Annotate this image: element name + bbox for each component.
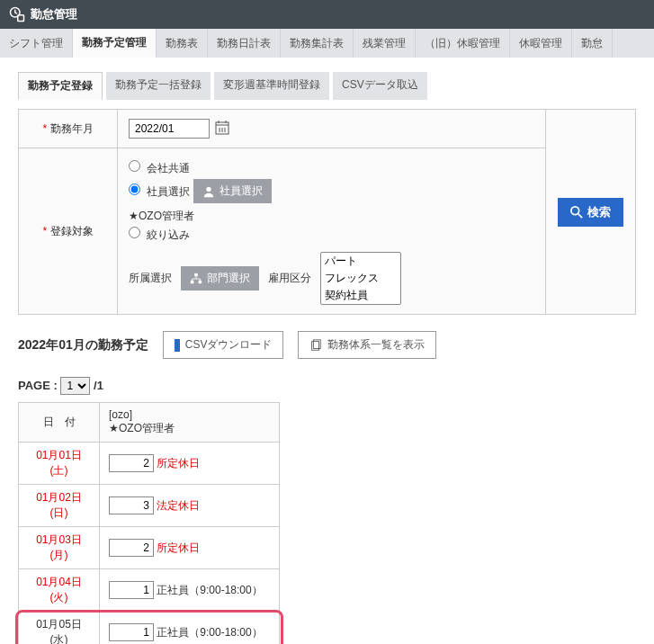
- main-tab[interactable]: 勤務日計表: [208, 29, 281, 58]
- list-title: 2022年01月の勤務予定: [18, 337, 148, 353]
- schedule-code-input[interactable]: [109, 623, 154, 641]
- bluebar-icon: [175, 339, 180, 352]
- app-title: 勤怠管理: [31, 6, 77, 22]
- main-tab[interactable]: シフト管理: [0, 29, 73, 58]
- svg-line-10: [578, 213, 582, 217]
- dept-label: 所属選択: [129, 271, 172, 286]
- radio-company[interactable]: 会社共通: [129, 160, 190, 176]
- col-date: 日 付: [19, 403, 100, 443]
- status-cell: 正社員（9:00-18:00）: [100, 569, 280, 612]
- sub-tab[interactable]: 勤務予定登録: [18, 72, 103, 100]
- role-star: ★OZO管理者: [129, 209, 534, 224]
- org-icon: [190, 273, 202, 285]
- copy-icon: [309, 339, 322, 352]
- clock-icon: [9, 6, 25, 22]
- schedule-code-input[interactable]: [109, 581, 154, 599]
- target-label: 登録対象: [42, 225, 93, 237]
- person-icon: [202, 185, 215, 198]
- calendar-icon: [215, 121, 229, 135]
- sub-tabbar: 勤務予定登録勤務予定一括登録変形週基準時間登録CSVデータ取込: [18, 72, 636, 100]
- sub-tab[interactable]: CSVデータ取込: [333, 72, 427, 100]
- table-row: 01月05日 (水) 正社員（9:00-18:00）: [19, 612, 280, 645]
- app-logo: 勤怠管理: [0, 6, 86, 22]
- emptype-select[interactable]: パートフレックス契約社員: [320, 252, 401, 305]
- main-tab[interactable]: 勤務集計表: [281, 29, 354, 58]
- radio-filter[interactable]: 絞り込み: [129, 227, 190, 243]
- search-button[interactable]: 検索: [558, 198, 623, 227]
- emptype-label: 雇用区分: [268, 271, 311, 286]
- schedule-code-input[interactable]: [109, 454, 154, 472]
- date-cell: 01月02日 (日): [19, 485, 100, 527]
- status-cell: 法定休日: [100, 485, 280, 527]
- search-form: 勤務年月 検索 登録対象 会社共通 社員選択: [18, 109, 636, 315]
- main-tab[interactable]: 勤怠: [572, 29, 613, 58]
- employee-select-button[interactable]: 社員選択: [193, 179, 272, 203]
- main-tab[interactable]: 残業管理: [354, 29, 416, 58]
- month-input[interactable]: [129, 119, 210, 139]
- col-ozo: [ozo] ★OZO管理者: [100, 403, 280, 443]
- dept-select-button[interactable]: 部門選択: [181, 266, 259, 291]
- main-tab[interactable]: 勤務予定管理: [73, 29, 157, 58]
- page-select[interactable]: 1: [60, 377, 90, 395]
- schedule-table: 日 付 [ozo] ★OZO管理者 01月01日 (土) 所定休日01月02日 …: [18, 402, 280, 644]
- svg-point-11: [207, 186, 211, 191]
- app-header: 勤怠管理: [0, 0, 654, 29]
- status-cell: 所定休日: [100, 443, 280, 485]
- main-tab[interactable]: （旧）休暇管理: [416, 29, 510, 58]
- main-tab[interactable]: 休暇管理: [510, 29, 572, 58]
- svg-rect-14: [199, 280, 202, 283]
- status-cell: 所定休日: [100, 527, 280, 569]
- radio-employee[interactable]: 社員選択: [129, 183, 190, 200]
- date-cell: 01月04日 (火): [19, 569, 100, 612]
- sub-tab[interactable]: 変形週基準時間登録: [214, 72, 329, 100]
- schedule-code-input[interactable]: [109, 496, 154, 514]
- csv-download-button[interactable]: CSVダウンロード: [163, 331, 284, 359]
- pager: PAGE : 1 /1: [18, 377, 636, 395]
- svg-point-9: [571, 206, 579, 214]
- search-icon: [570, 206, 583, 219]
- svg-rect-13: [191, 280, 194, 283]
- date-cell: 01月03日 (月): [19, 527, 100, 569]
- sub-tab[interactable]: 勤務予定一括登録: [106, 72, 211, 100]
- main-tab[interactable]: 勤務表: [157, 29, 208, 58]
- date-cell: 01月05日 (水): [19, 612, 100, 645]
- table-row: 01月01日 (土) 所定休日: [19, 443, 280, 485]
- month-label: 勤務年月: [42, 122, 93, 135]
- status-cell: 正社員（9:00-18:00）: [100, 612, 280, 645]
- schedule-code-input[interactable]: [109, 539, 154, 557]
- table-row: 01月03日 (月) 所定休日: [19, 527, 280, 569]
- svg-rect-12: [194, 273, 198, 276]
- pattern-list-button[interactable]: 勤務体系一覧を表示: [298, 331, 436, 359]
- main-tabbar: シフト管理勤務予定管理勤務表勤務日計表勤務集計表残業管理（旧）休暇管理休暇管理勤…: [0, 29, 654, 58]
- calendar-button[interactable]: [215, 121, 229, 138]
- table-row: 01月02日 (日) 法定休日: [19, 485, 280, 527]
- date-cell: 01月01日 (土): [19, 443, 100, 485]
- table-row: 01月04日 (火) 正社員（9:00-18:00）: [19, 569, 280, 612]
